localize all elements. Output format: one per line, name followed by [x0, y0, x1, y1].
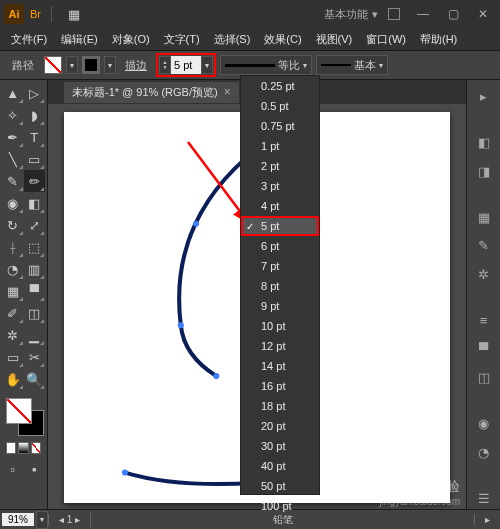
stroke-option[interactable]: 4 pt	[241, 196, 319, 216]
color-panel-icon[interactable]: ◧	[473, 132, 495, 153]
stroke-option[interactable]: ✓5 pt	[241, 216, 319, 236]
artboard-nav[interactable]: ◂ 1 ▸	[48, 514, 90, 525]
stroke-option[interactable]: 20 pt	[241, 416, 319, 436]
pencil-tool[interactable]: ✏	[24, 170, 46, 192]
stroke-stepper[interactable]: ▲▼	[159, 56, 171, 74]
stroke-weight-dropdown-button[interactable]: ▼	[201, 56, 213, 74]
stroke-option[interactable]: 16 pt	[241, 376, 319, 396]
free-transform-tool[interactable]: ⬚	[24, 236, 46, 258]
stroke-option[interactable]: 6 pt	[241, 236, 319, 256]
stroke-option[interactable]: 0.25 pt	[241, 76, 319, 96]
hand-tool[interactable]: ✋	[2, 368, 24, 390]
minimize-button[interactable]: —	[410, 5, 436, 23]
status-menu[interactable]: ▸	[474, 514, 500, 525]
bridge-icon[interactable]: Br	[30, 8, 41, 20]
search-icon[interactable]	[388, 8, 400, 20]
fill-swatch[interactable]	[44, 56, 62, 74]
color-mode[interactable]	[6, 442, 16, 454]
scale-tool[interactable]: ⤢	[24, 214, 46, 236]
stroke-option[interactable]: 3 pt	[241, 176, 319, 196]
appearance-panel-icon[interactable]: ◉	[473, 414, 495, 435]
shape-builder-tool[interactable]: ◔	[2, 258, 24, 280]
menu-select[interactable]: 选择(S)	[207, 30, 258, 49]
maximize-button[interactable]: ▢	[440, 5, 466, 23]
blend-tool[interactable]: ◫	[24, 302, 46, 324]
layers-panel-icon[interactable]: ☰	[473, 488, 495, 509]
symbols-panel-icon[interactable]: ✲	[473, 264, 495, 285]
menu-file[interactable]: 文件(F)	[4, 30, 54, 49]
slice-tool[interactable]: ✂	[24, 346, 46, 368]
stroke-option[interactable]: 10 pt	[241, 316, 319, 336]
stroke-option[interactable]: 50 pt	[241, 476, 319, 496]
direct-selection-tool[interactable]: ▷	[24, 82, 46, 104]
graphic-styles-panel-icon[interactable]: ◔	[473, 442, 495, 463]
screen-mode-full[interactable]: ▪	[24, 458, 46, 480]
type-tool[interactable]: T	[24, 126, 46, 148]
stroke-option[interactable]: 18 pt	[241, 396, 319, 416]
fill-stroke-swatches[interactable]	[2, 396, 45, 440]
stroke-option[interactable]: 0.75 pt	[241, 116, 319, 136]
column-graph-tool[interactable]: ▁	[24, 324, 46, 346]
brush-definition[interactable]: 基本 ▾	[316, 55, 388, 75]
rotate-tool[interactable]: ↻	[2, 214, 24, 236]
stroke-swatch[interactable]	[82, 56, 100, 74]
stroke-label[interactable]: 描边	[120, 56, 152, 75]
screen-mode-normal[interactable]: ▫	[2, 458, 24, 480]
color-guide-panel-icon[interactable]: ◨	[473, 161, 495, 182]
menu-object[interactable]: 对象(O)	[105, 30, 157, 49]
zoom-level[interactable]: 91%	[2, 513, 34, 526]
variable-width-profile[interactable]: 等比 ▾	[220, 55, 312, 75]
stroke-option[interactable]: 7 pt	[241, 256, 319, 276]
eyedropper-tool[interactable]: ✐	[2, 302, 24, 324]
none-mode[interactable]	[31, 442, 41, 454]
panel-collapse-icon[interactable]: ▸	[473, 86, 495, 107]
fill-dropdown[interactable]: ▼	[66, 56, 78, 74]
gradient-panel-icon[interactable]: ▀	[473, 339, 495, 360]
width-tool[interactable]: ⟊	[2, 236, 24, 258]
stroke-option[interactable]: 40 pt	[241, 456, 319, 476]
stroke-option[interactable]: 1 pt	[241, 136, 319, 156]
stroke-color-dropdown[interactable]: ▼	[104, 56, 116, 74]
stroke-option[interactable]: 0.5 pt	[241, 96, 319, 116]
pen-tool[interactable]: ✒	[2, 126, 24, 148]
menu-help[interactable]: 帮助(H)	[413, 30, 464, 49]
menu-edit[interactable]: 编辑(E)	[54, 30, 105, 49]
stroke-weight-input[interactable]	[171, 56, 201, 74]
menu-view[interactable]: 视图(V)	[309, 30, 360, 49]
stroke-option[interactable]: 30 pt	[241, 436, 319, 456]
menu-text[interactable]: 文字(T)	[157, 30, 207, 49]
chevron-down-icon[interactable]: ▾	[372, 8, 378, 21]
blob-brush-tool[interactable]: ◉	[2, 192, 24, 214]
perspective-grid-tool[interactable]: ▥	[24, 258, 46, 280]
brushes-panel-icon[interactable]: ✎	[473, 235, 495, 256]
gradient-tool[interactable]: ▀	[24, 280, 46, 302]
stroke-option[interactable]: 2 pt	[241, 156, 319, 176]
stroke-panel-icon[interactable]: ≡	[473, 310, 495, 331]
selection-tool[interactable]: ▲	[2, 82, 24, 104]
close-tab-icon[interactable]: ×	[224, 85, 231, 99]
titlebar-layout-icon[interactable]: ▦	[62, 3, 85, 25]
stroke-option[interactable]: 8 pt	[241, 276, 319, 296]
rectangle-tool[interactable]: ▭	[24, 148, 46, 170]
close-button[interactable]: ✕	[470, 5, 496, 23]
stroke-option[interactable]: 100 pt	[241, 496, 319, 516]
menu-window[interactable]: 窗口(W)	[359, 30, 413, 49]
stroke-option[interactable]: 9 pt	[241, 296, 319, 316]
line-segment-tool[interactable]: ╲	[2, 148, 24, 170]
eraser-tool[interactable]: ◧	[24, 192, 46, 214]
mesh-tool[interactable]: ▦	[2, 280, 24, 302]
gradient-mode[interactable]	[18, 442, 28, 454]
stroke-option[interactable]: 14 pt	[241, 356, 319, 376]
workspace-label[interactable]: 基本功能	[324, 7, 368, 22]
lasso-tool[interactable]: ◗	[24, 104, 46, 126]
artboard-tool[interactable]: ▭	[2, 346, 24, 368]
transparency-panel-icon[interactable]: ◫	[473, 368, 495, 389]
swatches-panel-icon[interactable]: ▦	[473, 207, 495, 228]
stroke-option[interactable]: 12 pt	[241, 336, 319, 356]
paintbrush-tool[interactable]: ✎	[2, 170, 24, 192]
doc-tab[interactable]: 未标题-1* @ 91% (RGB/预览) ×	[64, 82, 239, 103]
zoom-dropdown[interactable]: ▼	[36, 511, 48, 529]
symbol-sprayer-tool[interactable]: ✲	[2, 324, 24, 346]
menu-effect[interactable]: 效果(C)	[257, 30, 308, 49]
magic-wand-tool[interactable]: ✧	[2, 104, 24, 126]
